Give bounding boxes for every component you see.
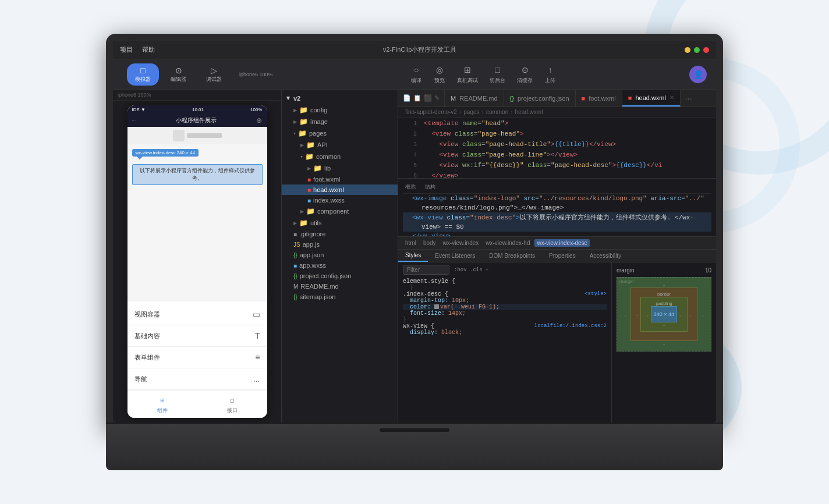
tree-item-app-js[interactable]: JS app.js <box>282 239 398 250</box>
devtools-html-bar: html body wx-view.index wx-view.index-hd… <box>398 237 716 250</box>
file-icon-head-wxml: ■ <box>307 187 311 193</box>
tab-project-config[interactable]: {} project.config.json <box>504 90 576 107</box>
phone-nav-api[interactable]: ◻ 接口 <box>197 393 267 417</box>
breadcrumb-file: head.wxml <box>515 109 543 115</box>
code-main[interactable]: 1 <template name="head"> 2 <view class="… <box>398 118 716 178</box>
file-icon-foot-wxml: ■ <box>307 176 311 183</box>
laptop-screen: 项目 帮助 v2-FinClip小程序开发工具 □ <box>113 41 716 423</box>
laptop: 项目 帮助 v2-FinClip小程序开发工具 □ <box>106 34 723 470</box>
devtools-tab-accessibility[interactable]: Accessibility <box>583 250 628 261</box>
devtools-tab-event-listeners[interactable]: Event Listeners <box>428 250 482 261</box>
action-background[interactable]: □ 切后台 <box>490 64 505 84</box>
tab-readme[interactable]: M README.md <box>445 90 504 107</box>
box-model-title: margin 10 <box>617 267 711 274</box>
compile-icon: ○ <box>410 64 422 76</box>
list-item-nav[interactable]: 导航 ... <box>127 368 267 390</box>
user-avatar[interactable]: 👤 <box>689 66 707 83</box>
list-item-view-container[interactable]: 视图容器 ▭ <box>127 304 267 325</box>
tree-item-index-wxss[interactable]: ■ index.wxss <box>282 195 398 205</box>
window-maximize[interactable] <box>694 47 700 53</box>
tree-item-pages[interactable]: ▾ 📁 pages <box>282 127 398 139</box>
tree-item-utils[interactable]: ▶ 📁 utils <box>282 217 398 229</box>
bm-margin-bottom-val: - <box>622 341 706 346</box>
file-icon-readme: M <box>293 283 298 290</box>
menu-item-help[interactable]: 帮助 <box>142 45 155 54</box>
tree-item-sitemap[interactable]: {} sitemap.json <box>282 292 398 302</box>
phone-bottom-nav: ⊞ 组件 ◻ 接口 <box>127 390 267 418</box>
tab-foot-wxml[interactable]: ■ foot.wxml <box>576 90 622 107</box>
list-item-label-3: 导航 <box>134 375 147 384</box>
editor-tabs-bar: 📄 📋 ⬛ ✎ M README.md <box>398 90 716 107</box>
tree-item-foot-wxml[interactable]: ■ foot.wxml <box>282 174 398 184</box>
code-line-6: 6 </view> <box>398 172 716 178</box>
tab-head-wxml[interactable]: ■ head.wxml ✕ <box>622 90 681 107</box>
action-device-debug[interactable]: ⊞ 真机调试 <box>457 64 478 84</box>
tree-item-app-wxss[interactable]: ■ app.wxss <box>282 260 398 271</box>
window-close[interactable] <box>703 47 709 53</box>
html-crumb-wx-view-index[interactable]: wx-view.index <box>441 239 481 247</box>
tree-item-head-wxml[interactable]: ■ head.wxml <box>282 184 398 195</box>
tab-foot-wxml-icon: ■ <box>582 95 586 102</box>
bm-margin: margin - - border - <box>617 277 711 352</box>
file-icon-app-json: {} <box>293 252 297 258</box>
style-filter-input[interactable] <box>403 265 449 275</box>
tree-item-readme[interactable]: M README.md <box>282 281 398 292</box>
tree-item-gitignore[interactable]: ■ .gitignore <box>282 229 398 239</box>
action-clear-cache[interactable]: ⊙ 清缓存 <box>517 64 533 84</box>
file-icon-app-wxss: ■ <box>293 262 297 269</box>
tree-item-image[interactable]: ▶ 📁 image <box>282 116 398 127</box>
breadcrumb-root: fino-applet-demo-v2 <box>405 109 457 115</box>
code-line-3: 3 <view class="page-head-title">{{title}… <box>398 141 716 151</box>
breadcrumb-sep-3: › <box>511 109 512 115</box>
tree-item-lib[interactable]: ▶ 📁 lib <box>282 162 398 174</box>
device-simulator-btn[interactable]: □ 模拟器 <box>127 63 159 86</box>
action-preview[interactable]: ◎ 预览 <box>434 64 445 84</box>
editor-breadcrumb: fino-applet-demo-v2 › pages › common › h… <box>398 107 716 118</box>
phone-nav-components[interactable]: ⊞ 组件 <box>127 393 197 417</box>
phone-logo-text <box>187 133 222 138</box>
file-icon-gitignore: ■ <box>293 231 297 237</box>
bm-content: 240 × 44 <box>651 306 677 322</box>
device-editor-btn[interactable]: ⊙ 编辑器 <box>162 63 194 86</box>
tree-item-project-config[interactable]: {} project.config.json <box>282 271 398 281</box>
folder-lib-icon: 📁 <box>313 164 322 172</box>
bm-padding-sides: - 240 × 44 - <box>644 306 683 322</box>
panel-tab-inspector[interactable]: 概览 <box>405 183 416 191</box>
html-crumb-wx-view-index-desc[interactable]: wx-view.index-desc <box>534 239 589 247</box>
phone-status-time: 10:01 <box>192 107 204 112</box>
bm-margin-sides: - border - padding <box>622 288 706 341</box>
list-item-form[interactable]: 表单组件 ≡ <box>127 347 267 368</box>
tree-item-api[interactable]: ▶ 📁 API <box>282 139 398 151</box>
tooltip-label: wx-view.index-desc 240 × 44 <box>132 149 199 157</box>
clear-cache-icon: ⊙ <box>519 64 531 76</box>
list-item-basic-content[interactable]: 基础内容 T <box>127 325 267 347</box>
action-compile[interactable]: ○ 编译 <box>410 64 422 84</box>
menu-item-project[interactable]: 项目 <box>120 45 133 54</box>
code-line-1: 1 <template name="head"> <box>398 120 716 130</box>
panel-tab-wxml[interactable]: 结构 <box>425 183 435 191</box>
style-prop-display: display: block; <box>403 329 607 336</box>
devtools-tab-properties[interactable]: Properties <box>542 250 583 261</box>
tab-folder-path: 📄 📋 ⬛ ✎ <box>398 90 445 107</box>
tab-head-wxml-icon: ■ <box>628 94 632 101</box>
tab-more-button[interactable]: ··· <box>681 94 697 103</box>
tree-item-common[interactable]: ▾ 📁 common <box>282 151 398 162</box>
toolbar-right: 👤 <box>689 66 707 83</box>
tree-item-app-json[interactable]: {} app.json <box>282 250 398 260</box>
list-item-label-0: 视图容器 <box>134 310 160 319</box>
html-crumb-html[interactable]: html <box>403 239 419 247</box>
html-crumb-wx-view-index-hd[interactable]: wx-view.index-hd <box>483 239 532 247</box>
devtools-tab-dom-breakpoints[interactable]: DOM Breakpoints <box>482 250 542 261</box>
file-tree: ▾ v2 ▶ 📁 config ▶ 📁 image <box>282 90 398 423</box>
window-minimize[interactable] <box>685 47 690 53</box>
tree-item-component[interactable]: ▶ 📁 component <box>282 205 398 217</box>
api-nav-icon: ◻ <box>227 395 238 406</box>
devtools-tab-styles[interactable]: Styles <box>398 250 428 262</box>
tab-readme-icon: M <box>451 95 456 102</box>
html-crumb-body[interactable]: body <box>421 239 438 247</box>
folder-utils-icon: 📁 <box>299 219 308 227</box>
tab-close-head-wxml[interactable]: ✕ <box>669 94 674 101</box>
action-upload[interactable]: ↑ 上传 <box>544 64 556 84</box>
device-debugger-btn[interactable]: ▷ 调试器 <box>198 63 230 86</box>
tree-item-config[interactable]: ▶ 📁 config <box>282 104 398 116</box>
